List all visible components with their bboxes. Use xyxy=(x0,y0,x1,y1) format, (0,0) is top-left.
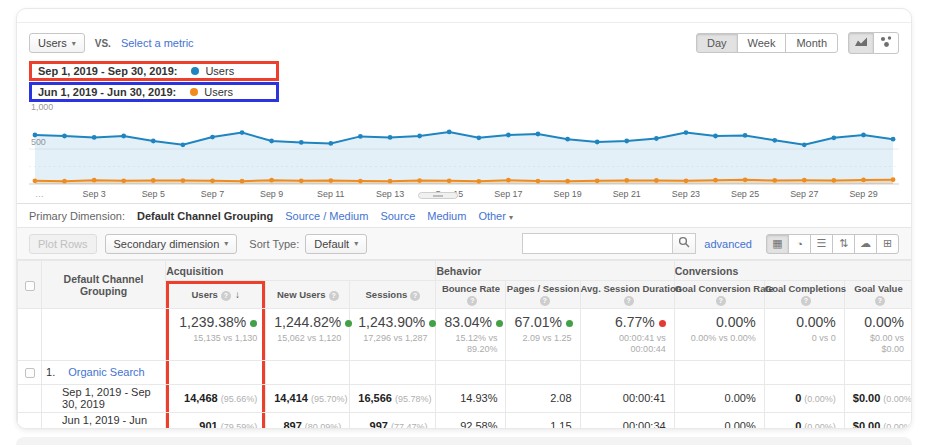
info-icon[interactable]: ? xyxy=(801,296,811,306)
change-up-icon xyxy=(566,320,573,327)
report-card: Users ▾ VS. Select a metric Day Week Mon… xyxy=(16,8,912,429)
dimension-source[interactable]: Source xyxy=(380,210,415,222)
column-header-users[interactable]: Users?↓ xyxy=(166,281,266,309)
series-dot-blue xyxy=(191,67,199,75)
column-header-avg-session-duration[interactable]: Avg. Session Duration? xyxy=(580,281,674,309)
performance-view-button[interactable]: ☰ xyxy=(810,234,833,254)
chart-scrubber-handle[interactable] xyxy=(418,192,458,199)
column-header-pages-session[interactable]: Pages / Session? xyxy=(506,281,580,309)
cell-goal-conversion-rate: 0.00% xyxy=(674,384,764,412)
table-group-header-row: Default Channel Grouping Acquisition Beh… xyxy=(18,261,913,281)
info-icon[interactable]: ? xyxy=(875,296,885,306)
line-chart-view-button[interactable] xyxy=(848,32,874,54)
cell-users: 14,468(95.66%) xyxy=(166,384,266,412)
comparison-view-button[interactable]: ⇅ xyxy=(832,234,855,254)
group-acquisition: Acquisition xyxy=(166,261,436,281)
dimension-default-channel-grouping[interactable]: Default Channel Grouping xyxy=(137,210,273,222)
svg-text:Sep 9: Sep 9 xyxy=(260,189,283,199)
info-icon[interactable]: ? xyxy=(410,291,420,301)
dimension-other-dropdown[interactable]: Other ▾ xyxy=(478,210,513,222)
line-chart-icon xyxy=(854,36,868,51)
info-icon[interactable]: ? xyxy=(329,291,339,301)
column-header-bounce-rate[interactable]: Bounce Rate? xyxy=(436,281,506,309)
pie-chart-icon: ◔ xyxy=(796,238,803,250)
granularity-month-button[interactable]: Month xyxy=(785,33,838,53)
advanced-search-link[interactable]: advanced xyxy=(704,238,752,250)
svg-text:Sep 21: Sep 21 xyxy=(613,189,641,199)
pivot-view-button[interactable]: ⊞ xyxy=(876,234,899,254)
legend-series-label: Users xyxy=(205,65,234,77)
info-icon[interactable]: ? xyxy=(716,296,726,306)
column-header-goal-completions[interactable]: Goal Completions? xyxy=(764,281,844,309)
percentage-view-button[interactable]: ◔ xyxy=(788,234,811,254)
metric-selector-value: Users xyxy=(38,37,67,49)
term-cloud-view-button[interactable]: ☁ xyxy=(854,234,877,254)
group-conversions: Conversions xyxy=(674,261,912,281)
next-card-edge xyxy=(16,437,912,445)
sort-type-dropdown[interactable]: Default ▾ xyxy=(305,234,367,254)
row-checkbox-cell xyxy=(18,360,42,384)
secondary-dimension-dropdown[interactable]: Secondary dimension ▾ xyxy=(105,234,238,254)
cell-new-users: 14,414(95.70%) xyxy=(266,384,350,412)
plot-rows-button[interactable]: Plot Rows xyxy=(29,234,97,254)
legend-date-range: Jun 1, 2019 - Jun 30, 2019: xyxy=(38,86,176,98)
info-icon[interactable]: ? xyxy=(221,291,231,301)
info-icon[interactable]: ? xyxy=(540,296,550,306)
chevron-down-icon: ▾ xyxy=(224,239,228,248)
svg-text:Sep 17: Sep 17 xyxy=(494,189,522,199)
pivot-view-icon: ⊞ xyxy=(883,237,892,250)
table-view-button[interactable]: ▦ xyxy=(766,234,789,254)
cell-sessions: 997(77.47%) xyxy=(350,412,436,429)
timeseries-chart[interactable]: 5001,000…Sep 3Sep 5Sep 7Sep 9Sep 11Sep 1… xyxy=(29,104,899,200)
summary-goal-completions: 0.00% 0 vs 0 xyxy=(764,309,844,361)
legend-series-current: Sep 1, 2019 - Sep 30, 2019: Users xyxy=(29,61,279,81)
svg-text:Sep 25: Sep 25 xyxy=(731,189,759,199)
column-header-sessions[interactable]: Sessions? xyxy=(350,281,436,309)
select-a-metric-link[interactable]: Select a metric xyxy=(121,37,194,49)
vs-label: VS. xyxy=(95,38,111,49)
table-row-sep-range: Sep 1, 2019 - Sep 30, 2019 14,468(95.66%… xyxy=(18,384,913,412)
summary-dimension-cell xyxy=(42,309,166,361)
organic-search-link[interactable]: Organic Search xyxy=(68,366,144,378)
cell-goal-conversion-rate: 0.00% xyxy=(674,412,764,429)
row-checkbox[interactable] xyxy=(25,368,35,378)
cell-avg-session-duration: 00:00:34 xyxy=(580,412,674,429)
select-all-checkbox[interactable] xyxy=(25,281,35,291)
dimension-medium[interactable]: Medium xyxy=(427,210,466,222)
series-dot-orange xyxy=(190,88,198,96)
cell-avg-session-duration: 00:00:41 xyxy=(580,384,674,412)
change-up-icon xyxy=(250,320,257,327)
search-input[interactable] xyxy=(522,233,672,254)
granularity-week-button[interactable]: Week xyxy=(737,33,787,53)
info-icon[interactable]: ? xyxy=(467,296,477,306)
column-header-goal-conversion-rate[interactable]: Goal Conversion Rate? xyxy=(674,281,764,309)
chart-legend: Sep 1, 2019 - Sep 30, 2019: Users Jun 1,… xyxy=(29,61,899,102)
cell-pages-session: 1.15 xyxy=(506,412,580,429)
header-dimension[interactable]: Default Channel Grouping xyxy=(42,261,166,309)
primary-dimension-bar: Primary Dimension: Default Channel Group… xyxy=(29,204,899,227)
motion-chart-view-button[interactable] xyxy=(873,32,899,54)
channel-cell: 1. Organic Search xyxy=(42,360,166,384)
info-icon[interactable]: ? xyxy=(624,296,634,306)
metric-selector-dropdown[interactable]: Users ▾ xyxy=(29,33,85,53)
cell-pages-session: 2.08 xyxy=(506,384,580,412)
search-icon xyxy=(678,236,690,251)
cell-bounce-rate: 14.93% xyxy=(436,384,506,412)
dimension-source-medium[interactable]: Source / Medium xyxy=(285,210,368,222)
comparison-icon: ⇅ xyxy=(839,237,848,250)
view-toggle-group: ▦ ◔ ☰ ⇅ ☁ ⊞ xyxy=(766,234,899,254)
search-button[interactable] xyxy=(672,233,696,254)
summary-avg-session-duration: 6.77% 00:00:41 vs 00:00:44 xyxy=(580,309,674,361)
legend-series-comparison: Jun 1, 2019 - Jun 30, 2019: Users xyxy=(29,82,279,102)
sort-descending-icon: ↓ xyxy=(235,289,240,300)
svg-text:…: … xyxy=(35,189,44,199)
primary-dimension-label: Primary Dimension: xyxy=(29,210,125,222)
granularity-day-button[interactable]: Day xyxy=(696,33,738,53)
cell-bounce-rate: 92.58% xyxy=(436,412,506,429)
table-search xyxy=(522,233,696,254)
chart-controls: Users ▾ VS. Select a metric Day Week Mon… xyxy=(29,31,899,55)
column-header-new-users[interactable]: New Users? xyxy=(266,281,350,309)
column-header-goal-value[interactable]: Goal Value? xyxy=(844,281,912,309)
cell-goal-value: $0.00(0.00%) xyxy=(844,384,912,412)
channel-grouping-table: Default Channel Grouping Acquisition Beh… xyxy=(17,260,912,429)
